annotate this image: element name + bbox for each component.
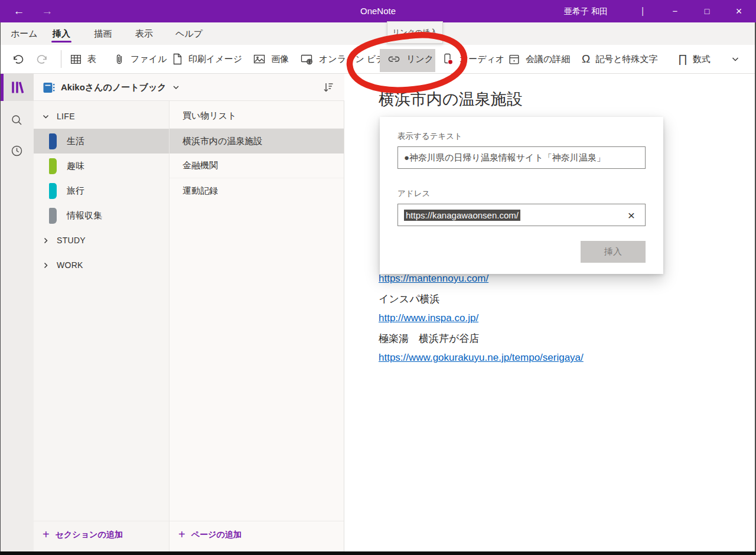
navigation-rail <box>0 74 34 551</box>
tab-home[interactable]: ホーム <box>11 22 38 45</box>
address-input[interactable]: https://kanagawaonsen.com/ × <box>397 204 646 226</box>
titlebar: ← → OneNote 亜希子 和田 | − □ × <box>0 0 756 22</box>
display-text-input[interactable]: ●神奈川県の日帰り温泉情報サイト「神奈川温泉」 <box>397 146 646 169</box>
page-onsen-shisetsu[interactable]: 横浜市内の温泉施設 <box>170 129 344 154</box>
section-seikatsu[interactable]: 生活 <box>34 129 169 154</box>
section-ryokou[interactable]: 旅行 <box>34 178 169 203</box>
tab-help[interactable]: ヘルプ <box>175 22 203 45</box>
equation-icon: ∏ <box>678 53 687 66</box>
page-title[interactable]: 横浜市内の温泉施設 <box>379 89 523 110</box>
audio-icon <box>441 53 454 66</box>
rail-search-button[interactable] <box>0 106 34 133</box>
account-button[interactable]: 亜希子 和田 <box>564 0 608 22</box>
section-group-life[interactable]: LIFE <box>34 104 169 129</box>
ribbon-divider <box>61 50 61 68</box>
ribbon-table-button[interactable]: 表 <box>70 45 96 73</box>
ribbon-print-image-button[interactable]: 印刷イメージ <box>171 45 242 73</box>
library-icon <box>8 80 26 95</box>
sections-list: LIFE 生活 趣味 旅行 情報収集 STUDY <box>34 74 170 551</box>
chevron-down-icon <box>172 83 180 92</box>
minimize-button[interactable]: − <box>662 0 689 22</box>
content-text: インスパ横浜 <box>379 292 440 306</box>
ribbon-symbols-button[interactable]: Ω 記号と特殊文字 <box>582 45 658 73</box>
link-tooltip: リンクの挿入 <box>387 21 443 44</box>
pages-list: 買い物リスト 横浜市内の温泉施設 金融機関 運動記録 + ページの追加 <box>170 74 344 551</box>
clock-icon <box>10 144 24 158</box>
plus-icon: + <box>178 528 185 541</box>
insert-link-dialog: 表示するテキスト ●神奈川県の日帰り温泉情報サイト「神奈川温泉」 アドレス ht… <box>380 117 663 274</box>
sort-icon <box>321 80 335 94</box>
rail-notebooks-button[interactable] <box>0 74 34 101</box>
search-icon <box>10 113 24 127</box>
paperclip-icon <box>113 53 125 66</box>
page-kinyu-kikan[interactable]: 金融機関 <box>170 154 344 178</box>
window-left-edge <box>0 22 1 555</box>
link-icon <box>387 53 401 65</box>
section-group-study[interactable]: STUDY <box>34 228 169 253</box>
section-color-tab <box>49 183 57 199</box>
add-page-button[interactable]: + ページの追加 <box>170 521 344 548</box>
redo-button[interactable] <box>35 45 50 73</box>
address-label: アドレス <box>397 188 430 199</box>
sidebar-header: Akikoさんのノートブック <box>34 74 344 101</box>
page-undo-kiroku[interactable]: 運動記録 <box>170 178 344 203</box>
omega-icon: Ω <box>582 53 590 66</box>
ribbon-audio-button[interactable]: オーディオ <box>441 45 504 73</box>
section-johoshushu[interactable]: 情報収集 <box>34 203 169 228</box>
onenote-window: ← → OneNote 亜希子 和田 | − □ × ホーム 挿入 描画 表示 … <box>0 0 756 555</box>
content-text: 極楽湯 横浜芹が谷店 <box>379 332 479 345</box>
window-bottom-edge <box>0 551 756 555</box>
table-icon <box>70 53 82 66</box>
add-section-button[interactable]: + セクションの追加 <box>34 521 169 548</box>
section-shumi[interactable]: 趣味 <box>34 154 169 178</box>
section-group-work[interactable]: WORK <box>34 253 169 278</box>
content-link[interactable]: https://www.gokurakuyu.ne.jp/tempo/serig… <box>379 352 584 364</box>
section-color-tab <box>49 158 57 174</box>
ribbon-toolbar: 表 ファイル 印刷イメージ 画像 <box>0 45 756 74</box>
section-color-tab <box>49 133 57 149</box>
chevron-right-icon <box>42 262 50 269</box>
page-kaimono-list[interactable]: 買い物リスト <box>170 104 344 129</box>
section-color-tab <box>49 208 57 224</box>
sort-pages-button[interactable] <box>321 80 335 94</box>
menubar: ホーム 挿入 描画 表示 ヘルプ 1 <box>0 22 756 45</box>
maximize-button[interactable]: □ <box>693 0 721 22</box>
chevron-down-icon <box>730 54 741 64</box>
content-link[interactable]: https://mantennoyu.com/ <box>379 273 488 285</box>
print-image-icon <box>171 53 183 66</box>
tab-view[interactable]: 表示 <box>135 22 153 45</box>
rail-recent-button[interactable] <box>0 137 34 164</box>
insert-link-submit-button[interactable]: 挿入 <box>581 241 646 263</box>
undo-button[interactable] <box>11 45 25 73</box>
notebook-icon <box>43 81 56 94</box>
ribbon-file-button[interactable]: ファイル <box>113 45 167 73</box>
calendar-icon <box>508 53 520 66</box>
close-button[interactable]: × <box>725 0 752 22</box>
tab-draw[interactable]: 描画 <box>94 22 112 45</box>
titlebar-separator: | <box>641 0 644 22</box>
ribbon-picture-button[interactable]: 画像 <box>253 45 289 73</box>
chevron-right-icon <box>42 237 50 244</box>
ribbon-meeting-details-button[interactable]: 会議の詳細 <box>508 45 570 73</box>
chevron-down-icon <box>42 113 50 120</box>
ribbon-equation-button[interactable]: ∏ 数式 <box>678 45 711 73</box>
content-link[interactable]: http://www.inspa.co.jp/ <box>379 312 478 324</box>
selected-url-text: https://kanagawaonsen.com/ <box>404 210 520 221</box>
display-text-label: 表示するテキスト <box>397 131 462 142</box>
tab-insert[interactable]: 挿入 <box>53 22 70 45</box>
plus-icon: + <box>43 528 50 541</box>
clear-address-button[interactable]: × <box>623 204 640 226</box>
notebook-dropdown[interactable]: Akikoさんのノートブック <box>43 74 180 101</box>
ribbon-link-button[interactable]: リンク <box>387 45 434 73</box>
online-video-icon <box>300 53 314 66</box>
picture-icon <box>253 53 266 65</box>
ribbon-more-button[interactable] <box>730 45 741 73</box>
